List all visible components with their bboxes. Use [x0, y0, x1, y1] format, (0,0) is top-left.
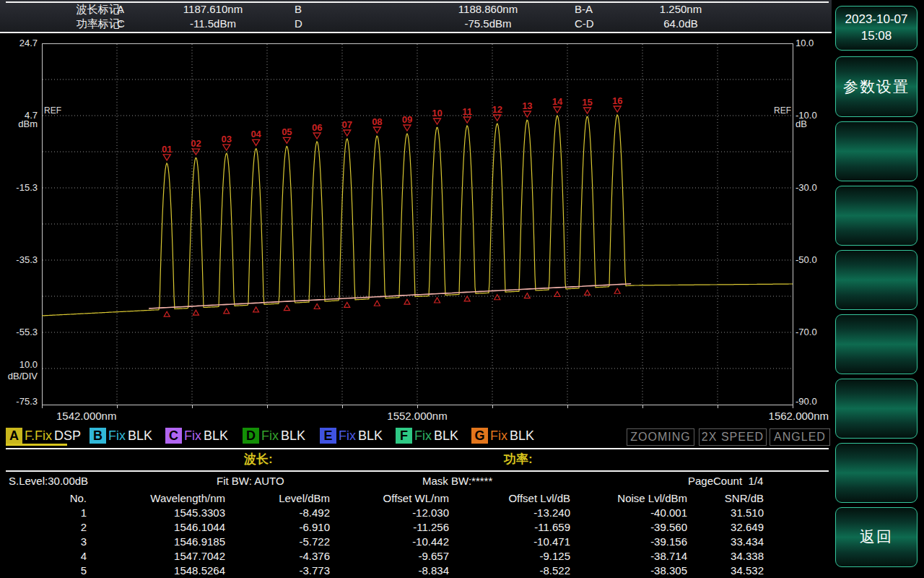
trace-indicator-a[interactable]: AF.FixDSP — [6, 427, 81, 444]
table-cell: 5 — [0, 564, 87, 578]
power-marker-row: 功率标记: C -11.5dBm D -75.5dBm C-D 64.0dB — [0, 17, 832, 32]
x-axis-tick-start: 1542.000nm — [56, 410, 116, 422]
y-scale-value: 10.0 — [1, 359, 38, 370]
y-axis-right-label: -30.0 — [796, 182, 839, 193]
sidebar-button-back[interactable]: 返回 — [835, 507, 918, 567]
y-axis-left-label: -75.3 — [1, 396, 38, 407]
svg-text:03: 03 — [222, 134, 232, 144]
table-cell: 4 — [0, 549, 87, 564]
trace-mode-label: F.Fix — [25, 428, 52, 444]
marker-b-value: 1188.860nm — [430, 3, 546, 15]
table-cell: -39.560 — [570, 520, 687, 535]
marker-c-label: C — [117, 17, 146, 30]
trace-letter-box: B — [90, 428, 106, 444]
osa-screen: 波长标记: A 1187.610nm B 1188.860nm B-A 1.25… — [0, 0, 924, 578]
table-cell: 2 — [0, 520, 87, 535]
table-header-cell: SNR/dB — [687, 491, 764, 506]
marker-b-a-value: 1.250nm — [634, 3, 728, 15]
table-cell: 1546.9185 — [87, 535, 225, 549]
y-axis-right-unit: dB — [796, 118, 839, 129]
table-cell: -11.659 — [449, 520, 570, 535]
y-axis-right-label: -70.0 — [796, 327, 839, 337]
svg-text:02: 02 — [191, 138, 201, 149]
wavelength-marker-row: 波长标记: A 1187.610nm B 1188.860nm B-A 1.25… — [0, 3, 832, 17]
svg-text:13: 13 — [522, 100, 532, 111]
table-cell: -40.001 — [570, 506, 687, 520]
sidebar-button-parameter-settings[interactable]: 参数设置 — [835, 56, 918, 117]
trace-indicator-b[interactable]: BFixBLK — [90, 427, 152, 444]
svg-text:05: 05 — [282, 126, 292, 137]
table-cell: -4.376 — [225, 549, 330, 564]
table-header-cell: Offset WL/nm — [330, 491, 449, 506]
angled-status-badge: ANGLED — [770, 428, 830, 446]
sidebar-button-blank-5[interactable] — [835, 379, 918, 439]
mask-bw-value: Mask BW:***** — [422, 475, 492, 487]
wavelength-marker-label: 波长标记: — [43, 3, 123, 17]
trace-status-label: BLK — [128, 428, 152, 444]
table-cell: -11.256 — [330, 520, 449, 535]
trace-letter-box: F — [396, 428, 412, 444]
table-cell: -8.834 — [330, 564, 449, 578]
svg-text:11: 11 — [462, 106, 472, 117]
marker-b-a-label: B-A — [575, 3, 611, 15]
peak-table: No.Wavelength/nmLevel/dBmOffset WL/nmOff… — [0, 491, 768, 578]
trace-status-label: BLK — [204, 428, 228, 444]
marker-d-label: D — [295, 17, 323, 30]
section-bottom-divider — [6, 470, 829, 472]
power-section-label: 功率: — [504, 451, 533, 467]
marker-c-d-value: 64.0dB — [634, 17, 728, 30]
fit-bw-value: Fit BW: AUTO — [217, 475, 284, 487]
sidebar-button-blank-1[interactable] — [835, 121, 918, 181]
x-axis-tick-center: 1552.000nm — [367, 410, 468, 422]
table-cell: 1547.7042 — [87, 549, 225, 564]
y-axis-right-label: -90.0 — [796, 396, 839, 407]
table-cell: -5.722 — [225, 535, 330, 549]
marker-a-label: A — [117, 3, 146, 15]
table-cell: 1545.3303 — [87, 506, 225, 520]
sidebar-button-blank-3[interactable] — [835, 250, 918, 310]
trace-status-label: BLK — [434, 428, 458, 444]
x-axis-tick-end: 1562.000nm — [728, 410, 829, 422]
topbar-bottom-divider — [0, 32, 832, 33]
svg-text:14: 14 — [552, 96, 563, 107]
trace-indicator-g[interactable]: GFixBLK — [471, 427, 534, 444]
sidebar-button-blank-4[interactable] — [835, 314, 918, 374]
section-top-divider — [6, 448, 829, 449]
power-marker-label: 功率标记: — [43, 17, 123, 31]
sidebar-button-back-label: 返回 — [860, 527, 893, 547]
trace-indicator-e[interactable]: EFixBLK — [320, 427, 383, 444]
marker-info-bar: 波长标记: A 1187.610nm B 1188.860nm B-A 1.25… — [0, 0, 832, 33]
sidebar-button-datetime[interactable]: 2023-10-0715:08 — [835, 6, 918, 51]
wavelength-section-label: 波长: — [244, 451, 273, 467]
sidebar-button-datetime-label: 2023-10-07 — [845, 12, 908, 28]
trace-indicator-d[interactable]: DFixBLK — [243, 427, 305, 444]
sidebar-button-blank-2[interactable] — [835, 186, 918, 246]
table-cell: 1546.1044 — [87, 520, 225, 535]
marker-c-d-label: C-D — [575, 17, 611, 30]
trace-letter-box: E — [320, 428, 336, 444]
table-cell: -8.492 — [225, 506, 330, 520]
svg-text:08: 08 — [372, 116, 382, 127]
table-cell: -8.522 — [449, 564, 570, 578]
trace-mode-label: Fix — [490, 428, 507, 444]
y-axis-right-label: -50.0 — [796, 254, 839, 265]
trace-mode-label: Fix — [108, 428, 126, 444]
trace-indicator-c[interactable]: CFixBLK — [165, 427, 228, 444]
y-axis-right-label: 10.0 — [796, 38, 839, 48]
trace-indicator-f[interactable]: FFixBLK — [396, 427, 458, 444]
sidebar-button-parameter-settings-label: 参数设置 — [843, 77, 910, 97]
trace-letter-box: A — [6, 428, 22, 444]
trace-letter-box: D — [243, 428, 259, 444]
svg-text:16: 16 — [612, 95, 622, 106]
sidebar-button-datetime-label2: 15:08 — [861, 28, 892, 45]
trace-mode-label: Fix — [184, 428, 201, 444]
trace-mode-label: Fix — [339, 428, 356, 444]
trace-mode-label: Fix — [261, 428, 279, 444]
table-cell: -12.030 — [330, 506, 449, 520]
y-scale-unit: dB/DIV — [1, 371, 38, 381]
s-level-value: S.Level:30.00dB — [9, 475, 88, 487]
y-axis-left-label: -15.3 — [1, 182, 38, 193]
sidebar-button-blank-6[interactable] — [835, 443, 918, 503]
table-cell: -13.240 — [449, 506, 570, 520]
table-cell: 33.434 — [687, 535, 764, 549]
